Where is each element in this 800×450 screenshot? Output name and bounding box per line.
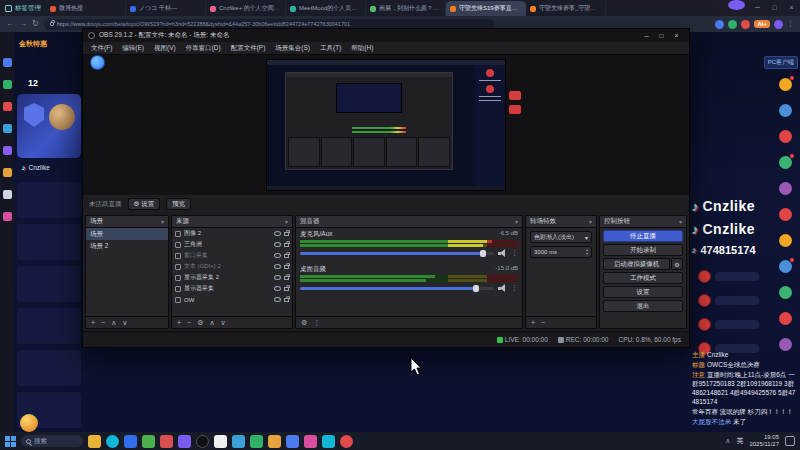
taskbar-clock[interactable]: 19:05 2025/11/27 — [749, 434, 779, 448]
menu-edit[interactable]: 编辑(E) — [117, 44, 149, 53]
move-down-icon[interactable]: ∨ — [122, 319, 127, 327]
tray-expand-icon[interactable]: ∧ — [725, 437, 730, 445]
maximize-button[interactable]: □ — [654, 32, 669, 39]
sidebar-site-icon[interactable] — [3, 102, 12, 111]
sidebar-site-icon[interactable] — [3, 146, 12, 155]
menu-tools[interactable]: 工具(T) — [315, 44, 346, 53]
app-icon[interactable] — [340, 435, 353, 448]
source-item[interactable]: 窗口采集 — [172, 250, 292, 261]
slider-knob[interactable] — [473, 285, 479, 292]
app-icon[interactable] — [160, 435, 173, 448]
tab-manager-button[interactable]: 标签管理 — [0, 4, 46, 13]
source-item[interactable]: 文本 (GDI+) 2 — [172, 261, 292, 272]
visibility-eye-icon[interactable] — [274, 297, 281, 302]
close-button[interactable]: × — [669, 32, 684, 39]
app-icon[interactable] — [232, 435, 245, 448]
dock-icon[interactable]: ▾ — [161, 218, 164, 225]
browser-menu-icon[interactable]: ⋮ — [787, 20, 794, 28]
menu-docks[interactable]: 停靠窗口(D) — [181, 44, 226, 53]
preview-toggle-button[interactable]: 预览 — [166, 198, 191, 210]
app-icon[interactable] — [268, 435, 281, 448]
lock-icon[interactable] — [284, 243, 289, 247]
source-item[interactable]: 显示器采集 2 — [172, 272, 292, 283]
add-transition-icon[interactable]: + — [531, 319, 535, 326]
dock-icon[interactable]: ▾ — [679, 218, 682, 225]
menu-scene-collection[interactable]: 场景集合(S) — [270, 44, 315, 53]
virtual-camera-gear-icon[interactable]: ⚙ — [671, 258, 683, 270]
mixer-menu-icon[interactable]: ⋮ — [313, 319, 320, 327]
file-explorer-icon[interactable] — [88, 435, 101, 448]
exit-button[interactable]: 退出 — [603, 300, 683, 312]
channel-menu-icon[interactable]: ⋮ — [511, 284, 518, 292]
rail-icon[interactable] — [779, 130, 792, 143]
menu-help[interactable]: 帮助(H) — [346, 44, 378, 53]
live-thumbnail[interactable] — [17, 308, 81, 344]
edge-browser-icon[interactable] — [106, 435, 119, 448]
notification-center-icon[interactable] — [785, 436, 795, 446]
close-button[interactable]: × — [783, 0, 800, 16]
extension-icon[interactable] — [715, 20, 724, 29]
input-language-indicator[interactable]: 英 — [736, 436, 743, 446]
source-properties-gear-icon[interactable]: ⚙ — [197, 319, 203, 327]
lock-icon[interactable] — [284, 254, 289, 258]
extension-icon[interactable] — [728, 20, 737, 29]
start-button[interactable] — [5, 436, 16, 447]
settings-button[interactable]: 设置 — [603, 286, 683, 298]
sidebar-site-icon[interactable] — [3, 80, 12, 89]
source-item[interactable]: 三角洲 — [172, 239, 292, 250]
activity-float-icon[interactable] — [20, 414, 38, 432]
visibility-eye-icon[interactable] — [274, 231, 281, 236]
studio-mode-button[interactable]: 工作模式 — [603, 272, 683, 284]
browser-tab[interactable]: 微博热搜 — [46, 1, 126, 16]
visibility-eye-icon[interactable] — [274, 253, 281, 258]
sidebar-site-icon[interactable] — [3, 58, 12, 67]
ai-badge[interactable]: AI+ — [754, 20, 770, 28]
sidebar-site-icon[interactable] — [3, 124, 12, 133]
lock-icon[interactable] — [284, 265, 289, 269]
menu-profile[interactable]: 配置文件(P) — [226, 44, 271, 53]
add-source-icon[interactable]: + — [177, 319, 181, 326]
live-thumbnail[interactable] — [17, 182, 81, 218]
speaker-icon[interactable] — [498, 249, 507, 257]
rail-icon[interactable] — [779, 156, 792, 169]
source-item[interactable]: 图像 2 — [172, 228, 292, 239]
sidebar-site-icon[interactable] — [3, 168, 12, 177]
streamer-card[interactable] — [17, 94, 81, 158]
lock-icon[interactable] — [284, 287, 289, 291]
browser-tab[interactable]: Cnzlike+ 的个人空间-Cnzlike·哔… — [206, 1, 286, 16]
gift-row[interactable] — [698, 316, 794, 332]
visibility-eye-icon[interactable] — [274, 264, 281, 269]
taskbar-search[interactable]: 搜索 — [21, 435, 83, 447]
browser-profile-avatar[interactable] — [728, 0, 745, 10]
maximize-button[interactable]: □ — [766, 0, 783, 16]
start-recording-button[interactable]: 开始录制 — [603, 244, 683, 256]
remove-source-icon[interactable]: − — [187, 319, 191, 326]
duration-spinner[interactable]: ▴ ▾ — [586, 248, 588, 256]
app-icon[interactable] — [250, 435, 263, 448]
live-thumbnail[interactable] — [17, 266, 81, 302]
app-icon[interactable] — [322, 435, 335, 448]
move-up-icon[interactable]: ∧ — [209, 319, 214, 327]
reload-icon[interactable]: ↻ — [32, 16, 39, 32]
extension-icon[interactable] — [741, 20, 750, 29]
move-up-icon[interactable]: ∧ — [111, 319, 116, 327]
stream-settings-button[interactable]: ⚙ 设置 — [128, 198, 161, 210]
remove-transition-icon[interactable]: − — [541, 319, 545, 326]
dock-icon[interactable]: ▾ — [515, 218, 518, 225]
app-icon[interactable] — [124, 435, 137, 448]
scene-item-selected[interactable]: 场景 — [86, 228, 168, 240]
source-item[interactable]: OW — [172, 294, 292, 305]
transition-select[interactable]: 色彩渐入(淡出) ▾ — [530, 231, 592, 243]
live-thumbnail[interactable] — [17, 350, 81, 386]
browser-tab[interactable]: 画展，到别什么跟？全屏探… — [366, 1, 446, 16]
minimize-button[interactable]: ─ — [639, 32, 654, 39]
slider-knob[interactable] — [480, 250, 486, 257]
minimize-button[interactable]: ─ — [749, 0, 766, 16]
obs-taskbar-icon[interactable] — [196, 435, 209, 448]
visibility-eye-icon[interactable] — [274, 275, 281, 280]
channel-menu-icon[interactable]: ⋮ — [511, 249, 518, 257]
menu-file[interactable]: 文件(F) — [86, 44, 117, 53]
move-down-icon[interactable]: ∨ — [221, 319, 226, 327]
app-icon[interactable] — [178, 435, 191, 448]
visibility-eye-icon[interactable] — [274, 242, 281, 247]
